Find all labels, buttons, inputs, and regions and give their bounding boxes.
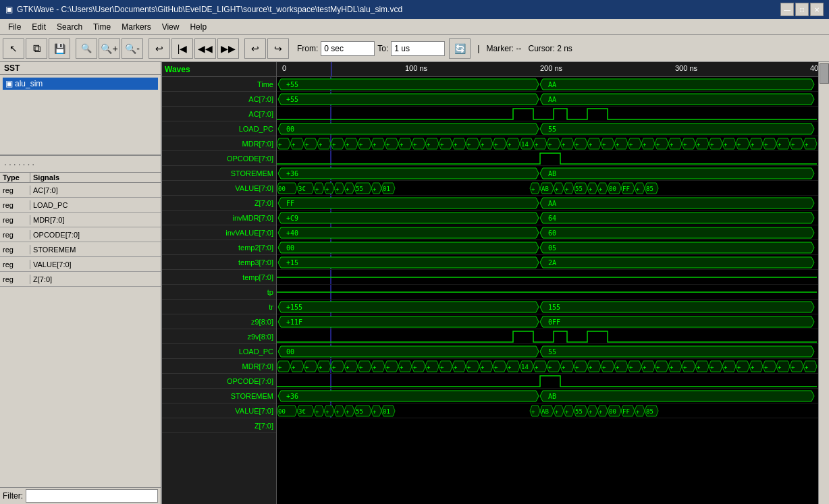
wave-row: 0055 — [277, 121, 829, 136]
svg-text:+: + — [373, 186, 377, 192]
toolbar-zoom-out-btn[interactable]: 🔍- — [122, 38, 143, 59]
signals-rows: reg AC[7:0]reg LOAD_PCreg MDR[7:0]reg OP… — [0, 183, 161, 487]
wave-row — [277, 270, 829, 285]
menu-item-help[interactable]: Help — [184, 21, 212, 33]
signal-list-row[interactable]: reg STOREMEM — [0, 242, 161, 257]
toolbar-undo-btn[interactable]: ↩ — [149, 38, 170, 59]
svg-text:+: + — [683, 141, 687, 148]
svg-text:+: + — [616, 141, 620, 148]
minimize-button[interactable]: — — [780, 3, 794, 16]
svg-text:+36: +36 — [286, 393, 298, 400]
menu-item-edit[interactable]: Edit — [26, 21, 51, 33]
svg-text:+: + — [359, 141, 363, 148]
svg-text:+: + — [481, 364, 485, 370]
wave-signal-label: z9[8:0] — [162, 314, 276, 329]
svg-text:+: + — [359, 364, 363, 370]
svg-text:FF: FF — [286, 200, 294, 207]
svg-marker-8 — [540, 94, 814, 105]
svg-text:00: 00 — [286, 125, 294, 133]
wave-signal-label: z9v[8:0] — [162, 329, 276, 344]
svg-marker-167 — [540, 257, 814, 268]
signal-list-row[interactable]: reg MDR[7:0] — [0, 213, 161, 227]
wave-row: +36AB — [277, 389, 829, 403]
toolbar-save-btn[interactable]: 💾 — [49, 38, 70, 59]
svg-marker-99 — [278, 168, 539, 179]
svg-text:+55: +55 — [286, 81, 298, 88]
toolbar-zoom-in-btn[interactable]: 🔍+ — [99, 38, 120, 59]
wave-signal-label: AC[7:0] — [162, 92, 276, 107]
svg-marker-185 — [540, 346, 814, 357]
svg-text:AB: AB — [548, 393, 556, 400]
toolbar-next-btn[interactable]: ▶▶ — [217, 38, 239, 59]
toolbar-prev-btn[interactable]: ◀◀ — [194, 38, 216, 59]
signal-type: reg — [0, 215, 30, 225]
svg-text:+: + — [336, 408, 340, 415]
sst-tree-item[interactable]: ▣ alu_sim — [3, 78, 158, 90]
svg-text:55: 55 — [548, 125, 556, 133]
col-signal-header: Signals — [30, 173, 161, 182]
svg-text:+: + — [332, 364, 336, 370]
svg-text:+: + — [535, 364, 539, 370]
signal-type: reg — [0, 260, 30, 269]
signal-name: AC[7:0] — [30, 186, 161, 195]
toolbar-mouse-btn[interactable]: ↖ — [3, 38, 24, 59]
svg-text:+: + — [531, 408, 535, 415]
signal-list-row[interactable]: reg Z[7:0] — [0, 272, 161, 287]
menu-item-time[interactable]: Time — [88, 21, 116, 33]
menu-item-file[interactable]: File — [3, 21, 26, 33]
toolbar-copy-btn[interactable]: ⧉ — [26, 38, 47, 59]
svg-text:2A: 2A — [548, 259, 556, 267]
svg-text:+: + — [751, 364, 755, 370]
wave-row — [277, 374, 829, 389]
svg-text:00: 00 — [278, 408, 286, 415]
menu-item-markers[interactable]: Markers — [116, 21, 156, 33]
menu-item-search[interactable]: Search — [51, 21, 88, 33]
signal-list-row[interactable]: reg VALUE[7:0] — [0, 257, 161, 272]
titlebar: ▣ GTKWave - C:\Users\User\Documents\GitH… — [0, 0, 829, 19]
sig-names-list: AC[7:0]AC[7:0]LOAD_PCMDR[7:0]OPCODE[7:0]… — [162, 92, 276, 504]
waves-scrollbar-v[interactable] — [818, 62, 829, 504]
svg-text:+: + — [400, 141, 404, 148]
svg-text:+: + — [562, 364, 566, 370]
signal-list-row[interactable]: reg OPCODE[7:0] — [0, 227, 161, 242]
sst-header: SST — [0, 62, 161, 75]
svg-text:+: + — [562, 141, 566, 148]
waves-time-ruler: 0 100 ns 200 ns 300 ns 400 — [277, 62, 829, 77]
svg-text:+: + — [315, 186, 319, 192]
wave-row — [277, 107, 829, 121]
from-input[interactable] — [321, 41, 375, 56]
svg-text:+: + — [764, 141, 768, 148]
toolbar-refresh-btn[interactable]: 🔄 — [449, 38, 471, 59]
svg-text:+: + — [548, 364, 552, 370]
signal-list-row[interactable]: reg AC[7:0] — [0, 183, 161, 198]
filter-input[interactable] — [26, 489, 158, 503]
svg-text:+: + — [319, 364, 323, 370]
time-100ns: 100 ns — [405, 64, 427, 72]
menu-item-view[interactable]: View — [157, 21, 185, 33]
signal-type: reg — [0, 186, 30, 195]
close-button[interactable]: ✕ — [810, 3, 824, 16]
to-input[interactable] — [391, 41, 445, 56]
signal-name: OPCODE[7:0] — [30, 230, 161, 240]
signal-name: STOREMEM — [30, 245, 161, 254]
toolbar-fwd-btn[interactable]: ↪ — [267, 38, 289, 59]
svg-marker-157 — [540, 227, 814, 238]
wave-row: +155155 — [277, 300, 829, 314]
svg-marker-165 — [278, 257, 539, 268]
signal-list-row[interactable]: reg LOAD_PC — [0, 198, 161, 213]
wave-row — [277, 329, 829, 344]
maximize-button[interactable]: □ — [795, 3, 809, 16]
toolbar-search-btn[interactable]: 🔍 — [76, 38, 97, 59]
toolbar-back-btn[interactable]: ↩ — [244, 38, 266, 59]
svg-text:+: + — [575, 364, 579, 370]
svg-text:+: + — [683, 364, 687, 370]
svg-text:64: 64 — [548, 215, 556, 222]
toolbar-first-btn[interactable]: |◀ — [171, 38, 193, 59]
wave-signal-label: invMDR[7:0] — [162, 211, 276, 225]
svg-text:+: + — [278, 364, 282, 370]
svg-text:+: + — [386, 141, 390, 148]
svg-text:+: + — [670, 141, 674, 148]
svg-text:+: + — [325, 408, 329, 415]
svg-text:+: + — [670, 364, 674, 370]
signals-mid-header: Waves — [162, 62, 276, 77]
